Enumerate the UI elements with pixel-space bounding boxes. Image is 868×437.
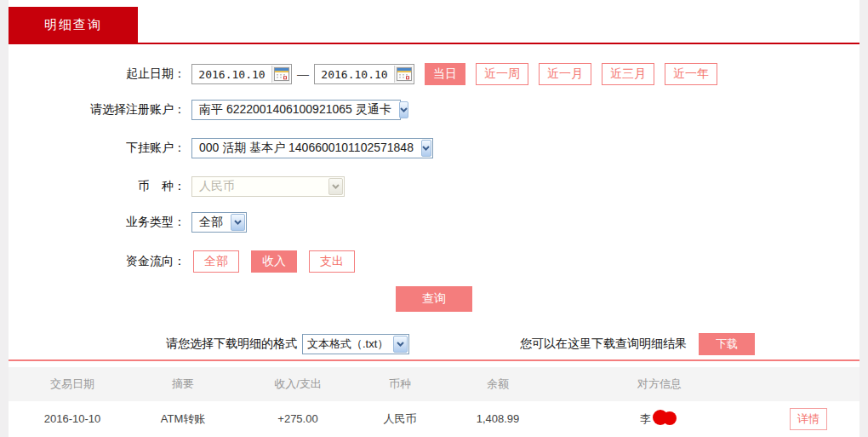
quick-range-year-button[interactable]: 近一年: [665, 63, 717, 85]
sub-account-select[interactable]: 000 活期 基本户 1406600101102571848: [191, 138, 433, 158]
fund-flow-expense-button[interactable]: 支出: [309, 250, 355, 273]
table-row: 2016-10-10 ATM转账 +275.00 人民币 1,408.99 李 …: [9, 401, 859, 436]
business-type-select[interactable]: 全部: [191, 212, 247, 233]
start-date-value: 2016.10.10: [192, 68, 271, 81]
cell-amount: +275.00: [230, 401, 366, 436]
counterparty-name: 李: [640, 411, 651, 427]
quick-range-month-button[interactable]: 近一月: [539, 63, 591, 85]
currency-value: 人民币: [192, 179, 328, 194]
date-range-separator: —: [297, 67, 309, 81]
header-action: [757, 367, 859, 401]
redaction-scribble: [652, 408, 679, 429]
header-summary: 摘要: [136, 367, 230, 401]
quick-range-week-button[interactable]: 近一周: [476, 63, 528, 85]
header-trade-date: 交易日期: [9, 367, 136, 401]
chevron-down-icon: [231, 214, 245, 231]
section-divider: [9, 359, 859, 361]
cell-currency: 人民币: [366, 401, 434, 436]
main-panel: 明细查询 起止日期： 2016.10.10: [9, 0, 859, 437]
download-format-select[interactable]: 文本格式（.txt）: [302, 334, 409, 354]
header-income-expense: 收入/支出: [230, 367, 366, 401]
sub-account-label: 下挂账户：: [9, 141, 186, 156]
query-form: 起止日期： 2016.10.10 —: [9, 44, 859, 361]
fund-flow-all-button[interactable]: 全部: [193, 250, 239, 273]
cell-trade-date: 2016-10-10: [9, 401, 136, 436]
download-format-label: 请您选择下载明细的格式: [166, 336, 297, 352]
header-balance: 余额: [434, 367, 562, 401]
header-counterparty: 对方信息: [562, 367, 757, 401]
cell-counterparty: 李: [562, 401, 757, 436]
end-date-input[interactable]: 2016.10.10: [314, 64, 414, 84]
register-account-select[interactable]: 南平 6222001406100921065 灵通卡: [191, 100, 401, 120]
chevron-down-icon: [421, 140, 431, 157]
download-format-value: 文本格式（.txt）: [303, 336, 392, 352]
download-button[interactable]: 下载: [699, 333, 755, 355]
currency-label: 币 种：: [9, 179, 186, 194]
tab-detail-query[interactable]: 明细查询: [9, 7, 138, 43]
chevron-down-icon: [393, 336, 408, 353]
header-currency: 币种: [366, 367, 434, 401]
sub-account-value: 000 活期 基本户 1406600101102571848: [192, 141, 420, 156]
start-date-input[interactable]: 2016.10.10: [191, 64, 292, 84]
cell-balance: 1,408.99: [434, 401, 562, 436]
currency-select: 人民币: [191, 176, 345, 197]
fund-flow-label: 资金流向：: [9, 254, 186, 269]
register-account-value: 南平 6222001406100921065 灵通卡: [192, 102, 398, 118]
end-date-value: 2016.10.10: [315, 68, 394, 81]
results-table: 交易日期 摘要 收入/支出 币种 余额 对方信息 2016-10-10 ATM转…: [9, 367, 859, 436]
download-hint-text: 您可以在这里下载查询明细结果: [520, 336, 687, 352]
tab-bar: 明细查询: [9, 0, 859, 44]
calendar-icon[interactable]: [271, 66, 290, 83]
date-range-label: 起止日期：: [9, 66, 186, 82]
cell-action: 详情: [757, 401, 859, 436]
register-account-label: 请选择注册账户：: [9, 102, 186, 118]
chevron-down-icon: [328, 178, 343, 195]
business-type-label: 业务类型：: [9, 215, 186, 230]
quick-range-3months-button[interactable]: 近三月: [602, 63, 654, 85]
chevron-down-icon: [399, 101, 408, 118]
cell-summary: ATM转账: [136, 401, 230, 436]
query-button[interactable]: 查询: [396, 286, 472, 312]
quick-range-today-button[interactable]: 当日: [425, 63, 465, 85]
fund-flow-income-button[interactable]: 收入: [251, 250, 297, 273]
table-header-row: 交易日期 摘要 收入/支出 币种 余额 对方信息: [9, 367, 859, 401]
calendar-icon[interactable]: [394, 66, 413, 83]
business-type-value: 全部: [192, 215, 230, 230]
detail-button[interactable]: 详情: [790, 408, 827, 430]
